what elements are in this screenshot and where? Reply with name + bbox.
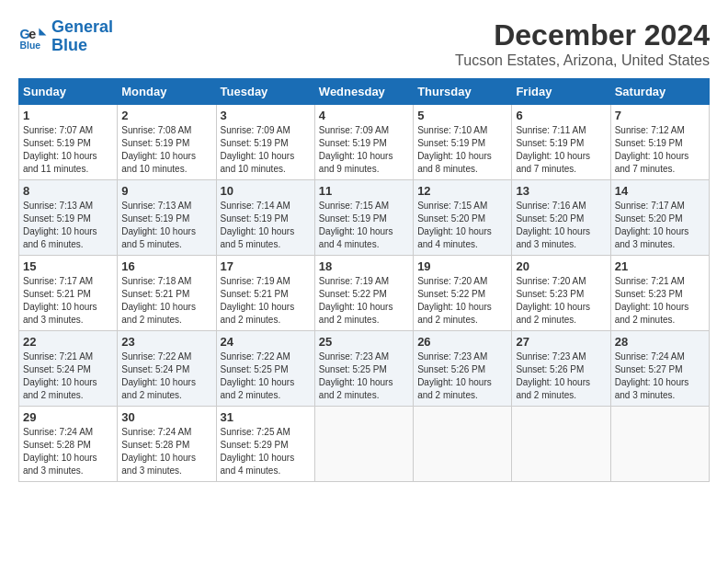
location-title: Tucson Estates, Arizona, United States [455,52,710,69]
calendar-cell: 31Sunrise: 7:25 AMSunset: 5:29 PMDayligh… [216,407,314,482]
day-info: Sunrise: 7:17 AMSunset: 5:20 PMDaylight:… [615,200,705,251]
day-info: Sunrise: 7:13 AMSunset: 5:19 PMDaylight:… [121,200,211,251]
day-number: 26 [417,335,507,349]
calendar-week-row: 22Sunrise: 7:21 AMSunset: 5:24 PMDayligh… [19,331,710,407]
day-info: Sunrise: 7:15 AMSunset: 5:20 PMDaylight:… [417,200,507,251]
day-number: 10 [221,184,311,198]
day-number: 15 [23,259,113,273]
day-number: 6 [516,109,606,122]
day-number: 23 [121,335,211,349]
calendar-cell: 18Sunrise: 7:19 AMSunset: 5:22 PMDayligh… [314,256,413,331]
day-number: 16 [121,259,211,273]
weekday-header-monday: Monday [118,79,216,105]
weekday-header-saturday: Saturday [610,79,709,105]
day-number: 13 [516,184,606,198]
day-info: Sunrise: 7:10 AMSunset: 5:19 PMDaylight:… [417,124,507,176]
day-info: Sunrise: 7:11 AMSunset: 5:19 PMDaylight:… [516,124,606,176]
calendar-cell [414,407,512,482]
calendar-cell: 28Sunrise: 7:24 AMSunset: 5:27 PMDayligh… [610,331,709,407]
weekday-header-thursday: Thursday [414,79,512,105]
calendar-cell: 11Sunrise: 7:15 AMSunset: 5:19 PMDayligh… [314,180,413,256]
calendar-week-row: 8Sunrise: 7:13 AMSunset: 5:19 PMDaylight… [19,180,710,256]
calendar-cell: 12Sunrise: 7:15 AMSunset: 5:20 PMDayligh… [414,180,512,256]
title-area: December 2024 Tucson Estates, Arizona, U… [455,18,710,69]
calendar-cell: 14Sunrise: 7:17 AMSunset: 5:20 PMDayligh… [610,180,709,256]
day-info: Sunrise: 7:24 AMSunset: 5:27 PMDaylight:… [615,350,705,402]
calendar-cell [314,407,413,482]
day-info: Sunrise: 7:20 AMSunset: 5:22 PMDaylight:… [417,275,507,327]
day-number: 17 [221,259,311,273]
day-info: Sunrise: 7:19 AMSunset: 5:22 PMDaylight:… [319,275,409,327]
calendar-cell: 27Sunrise: 7:23 AMSunset: 5:26 PMDayligh… [512,331,610,407]
day-info: Sunrise: 7:22 AMSunset: 5:24 PMDaylight:… [121,350,211,402]
calendar-cell [512,407,610,482]
logo: G e Blue General Blue [18,18,113,55]
svg-marker-2 [39,28,46,35]
day-info: Sunrise: 7:22 AMSunset: 5:25 PMDaylight:… [221,350,311,402]
logo-text: General Blue [51,18,113,55]
calendar-cell: 13Sunrise: 7:16 AMSunset: 5:20 PMDayligh… [512,180,610,256]
day-number: 2 [121,109,211,122]
day-number: 19 [417,259,507,273]
calendar-week-row: 29Sunrise: 7:24 AMSunset: 5:28 PMDayligh… [19,407,710,482]
day-number: 5 [417,109,507,122]
calendar-cell: 15Sunrise: 7:17 AMSunset: 5:21 PMDayligh… [19,256,118,331]
weekday-header-sunday: Sunday [19,79,118,105]
svg-text:Blue: Blue [20,40,41,51]
calendar-cell: 7Sunrise: 7:12 AMSunset: 5:19 PMDaylight… [610,105,709,180]
day-info: Sunrise: 7:23 AMSunset: 5:26 PMDaylight:… [516,350,606,402]
calendar-cell: 3Sunrise: 7:09 AMSunset: 5:19 PMDaylight… [216,105,314,180]
calendar-week-row: 15Sunrise: 7:17 AMSunset: 5:21 PMDayligh… [19,256,710,331]
day-number: 11 [319,184,409,198]
day-info: Sunrise: 7:21 AMSunset: 5:23 PMDaylight:… [615,275,705,327]
calendar-table: SundayMondayTuesdayWednesdayThursdayFrid… [18,78,710,482]
day-info: Sunrise: 7:09 AMSunset: 5:19 PMDaylight:… [221,124,311,176]
day-number: 30 [121,410,211,424]
day-info: Sunrise: 7:09 AMSunset: 5:19 PMDaylight:… [319,124,409,176]
day-info: Sunrise: 7:15 AMSunset: 5:19 PMDaylight:… [319,200,409,251]
day-info: Sunrise: 7:23 AMSunset: 5:26 PMDaylight:… [417,350,507,402]
svg-text:e: e [28,26,36,40]
day-number: 21 [615,259,705,273]
calendar-cell: 23Sunrise: 7:22 AMSunset: 5:24 PMDayligh… [118,331,216,407]
day-info: Sunrise: 7:18 AMSunset: 5:21 PMDaylight:… [121,275,211,327]
day-number: 4 [319,109,409,122]
calendar-cell: 19Sunrise: 7:20 AMSunset: 5:22 PMDayligh… [414,256,512,331]
month-title: December 2024 [455,18,710,52]
calendar-cell: 1Sunrise: 7:07 AMSunset: 5:19 PMDaylight… [19,105,118,180]
day-number: 9 [121,184,211,198]
calendar-cell: 4Sunrise: 7:09 AMSunset: 5:19 PMDaylight… [314,105,413,180]
calendar-cell: 2Sunrise: 7:08 AMSunset: 5:19 PMDaylight… [118,105,216,180]
logo-general: General [51,17,113,36]
day-info: Sunrise: 7:16 AMSunset: 5:20 PMDaylight:… [516,200,606,251]
calendar-week-row: 1Sunrise: 7:07 AMSunset: 5:19 PMDaylight… [19,105,710,180]
calendar-cell: 30Sunrise: 7:24 AMSunset: 5:28 PMDayligh… [118,407,216,482]
day-info: Sunrise: 7:23 AMSunset: 5:25 PMDaylight:… [319,350,409,402]
day-number: 22 [23,335,113,349]
day-info: Sunrise: 7:14 AMSunset: 5:19 PMDaylight:… [221,200,311,251]
calendar-cell: 16Sunrise: 7:18 AMSunset: 5:21 PMDayligh… [118,256,216,331]
calendar-cell: 17Sunrise: 7:19 AMSunset: 5:21 PMDayligh… [216,256,314,331]
calendar-cell: 5Sunrise: 7:10 AMSunset: 5:19 PMDaylight… [414,105,512,180]
calendar-cell: 25Sunrise: 7:23 AMSunset: 5:25 PMDayligh… [314,331,413,407]
day-number: 29 [23,410,113,424]
day-info: Sunrise: 7:08 AMSunset: 5:19 PMDaylight:… [121,124,211,176]
logo-icon: G e Blue [18,22,48,52]
calendar-cell: 24Sunrise: 7:22 AMSunset: 5:25 PMDayligh… [216,331,314,407]
day-number: 1 [23,109,113,122]
day-info: Sunrise: 7:19 AMSunset: 5:21 PMDaylight:… [221,275,311,327]
calendar-cell [610,407,709,482]
day-number: 31 [221,410,311,424]
calendar-cell: 6Sunrise: 7:11 AMSunset: 5:19 PMDaylight… [512,105,610,180]
day-info: Sunrise: 7:21 AMSunset: 5:24 PMDaylight:… [23,350,113,402]
logo-blue: Blue [51,36,87,54]
calendar-cell: 22Sunrise: 7:21 AMSunset: 5:24 PMDayligh… [19,331,118,407]
calendar-cell: 20Sunrise: 7:20 AMSunset: 5:23 PMDayligh… [512,256,610,331]
calendar-cell: 8Sunrise: 7:13 AMSunset: 5:19 PMDaylight… [19,180,118,256]
weekday-header-wednesday: Wednesday [314,79,413,105]
calendar-cell: 9Sunrise: 7:13 AMSunset: 5:19 PMDaylight… [118,180,216,256]
day-number: 20 [516,259,606,273]
day-info: Sunrise: 7:25 AMSunset: 5:29 PMDaylight:… [221,426,311,477]
day-number: 28 [615,335,705,349]
day-number: 25 [319,335,409,349]
